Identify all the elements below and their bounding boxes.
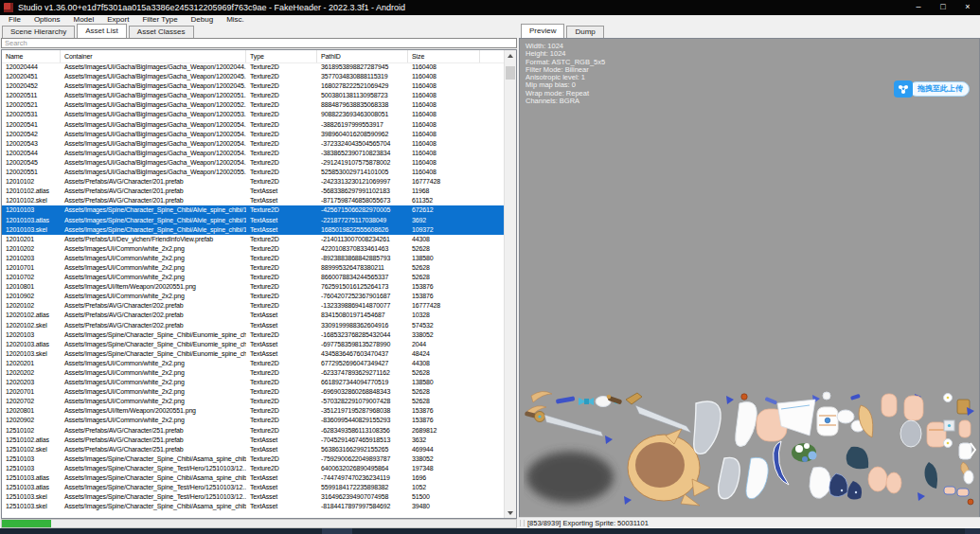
table-row[interactable]: 12020701Assets/Images/UI/Common/white_2x… [2,387,505,397]
table-row[interactable]: 12020702Assets/Images/UI/Common/white_2x… [2,397,505,406]
menu-options[interactable]: Options [27,15,67,25]
table-row[interactable]: 12510103Assets/Images/Spine/Character_Sp… [2,464,505,473]
menu-file[interactable]: File [2,15,27,25]
cell-type: Texture2D [246,177,317,187]
cell-path-id: -7592900622049893787 [317,454,408,464]
table-row[interactable]: 120020543Assets/Images/UI/Gacha/BigImage… [2,139,505,149]
upload-overlay-button[interactable]: 拖拽至此上传 [894,80,970,98]
cell-path-id: 3989604016208590962 [317,130,408,139]
tab-preview[interactable]: Preview [521,24,564,38]
cell-size: 574532 [408,321,480,330]
sprite-atlas-preview [524,367,976,511]
table-row[interactable]: 12020203Assets/Images/UI/Common/white_2x… [2,378,505,387]
table-row[interactable]: 12020202Assets/Images/UI/Common/white_2x… [2,368,505,378]
scroll-up-icon[interactable] [505,50,516,61]
search-input[interactable] [1,38,517,48]
table-row[interactable]: 120020542Assets/Images/UI/Gacha/BigImage… [2,130,505,139]
cell-path-id: -221877275117038049 [317,216,408,225]
assetstudio-window: Studio v1.36.00+e1d7f5301aa015a3386e2453… [0,0,980,534]
cell-container: Assets/Prefabs/AVG/Character/251.prefab [61,436,246,445]
column-header-type[interactable]: Type [246,50,317,62]
table-row[interactable]: 12020902Assets/Images/UI/Common/white_2x… [2,416,505,425]
table-row[interactable]: 12020102.skelAssets/Prefabs/AVG/Characte… [2,321,505,330]
table-row[interactable]: 12010702Assets/Images/UI/Common/white_2x… [2,273,505,282]
table-row[interactable]: 12010902Assets/Images/UI/Common/white_2x… [2,292,505,301]
table-row[interactable]: 12020103.skelAssets/Images/Spine/Charact… [2,349,505,359]
column-header-name[interactable]: Name [2,50,61,62]
scroll-down-icon[interactable] [505,507,516,518]
column-header-pathid[interactable]: PathID [317,50,408,62]
vertical-scrollbar[interactable] [504,50,516,518]
cell-container: Assets/Images/UI/Gacha/BigImages/Gacha_W… [61,62,246,72]
cell-container: Assets/Prefabs/UI/Dev_yichen/FriendInfoV… [61,235,246,244]
cell-type: TextAsset [246,492,317,502]
cell-name: 12010801 [2,282,61,292]
taskbar-item[interactable] [322,528,352,534]
table-row[interactable]: 120020541Assets/Images/UI/Gacha/BigImage… [2,120,505,130]
table-row[interactable]: 12510103Assets/Images/Spine/Character_Sp… [2,454,505,464]
close-button[interactable]: × [955,0,980,15]
cell-name: 120020521 [2,100,61,110]
table-row[interactable]: 12510103.skelAssets/Images/Spine/Charact… [2,492,505,502]
table-row[interactable]: 12010203Assets/Images/UI/Common/white_2x… [2,254,505,263]
table-row[interactable]: 120020444Assets/Images/UI/Gacha/BigImage… [2,62,505,72]
table-row[interactable]: 12510102.atlasAssets/Prefabs/AVG/Charact… [2,436,505,445]
scrollbar-thumb[interactable] [506,66,515,80]
cell-type: Texture2D [246,244,317,254]
cell-size: 1160408 [408,91,480,100]
table-row[interactable]: 120020545Assets/Images/UI/Gacha/BigImage… [2,158,505,168]
restore-button[interactable]: □ [931,0,955,15]
cell-name: 12020902 [2,416,61,425]
menu-misc[interactable]: Misc. [220,15,251,25]
cell-container: Assets/Images/Spine/Character_Spine_Chib… [61,205,246,215]
menu-filter-type[interactable]: Filter Type [135,15,184,25]
cell-size: 1160408 [408,81,480,91]
table-row[interactable]: 12510102.skelAssets/Prefabs/AVG/Characte… [2,445,505,454]
table-row[interactable]: 12020801Assets/Images/UI/Item/Weapon/200… [2,406,505,416]
cell-container: Assets/Images/UI/Gacha/BigImages/Gacha_W… [61,110,246,119]
tab-dump[interactable]: Dump [566,26,603,38]
table-row[interactable]: 12010102Assets/Prefabs/AVG/Character/201… [2,177,505,187]
cell-size: 338052 [408,454,480,464]
table-row[interactable]: 12510103.skelAssets/Images/Spine/Charact… [2,502,505,511]
cell-size: 153876 [408,292,480,301]
menu-debug[interactable]: Debug [185,15,221,25]
cell-container: Assets/Prefabs/AVG/Character/201.prefab [61,177,246,187]
cell-path-id: -7045291467465918513 [317,436,408,445]
cell-type: TextAsset [246,483,317,492]
tab-scene-hierarchy[interactable]: Scene Hierarchy [2,26,75,38]
table-row[interactable]: 12010103Assets/Images/Spine/Character_Sp… [2,205,505,215]
table-row[interactable]: 12010701Assets/Images/UI/Common/white_2x… [2,263,505,273]
table-row[interactable]: 120020544Assets/Images/UI/Gacha/BigImage… [2,149,505,158]
table-row[interactable]: 12010103.atlasAssets/Images/Spine/Charac… [2,216,505,225]
column-header-container[interactable]: Container [61,50,246,62]
tab-asset-classes[interactable]: Asset Classes [129,26,194,38]
table-row[interactable]: 12010201Assets/Prefabs/UI/Dev_yichen/Fri… [2,235,505,244]
column-header-size[interactable]: Size [408,50,480,62]
table-row[interactable]: 120020551Assets/Images/UI/Gacha/BigImage… [2,168,505,177]
cell-type: Texture2D [246,158,317,168]
table-row[interactable]: 120020451Assets/Images/UI/Gacha/BigImage… [2,72,505,81]
cell-type: TextAsset [246,321,317,330]
cell-size: 1160408 [408,139,480,149]
table-row[interactable]: 12510103.atlasAssets/Images/Spine/Charac… [2,473,505,483]
table-row[interactable]: 12510103.atlasAssets/Images/Spine/Charac… [2,483,505,492]
table-row[interactable]: 12010801Assets/Images/UI/Item/Weapon/200… [2,282,505,292]
table-row[interactable]: 120020452Assets/Images/UI/Gacha/BigImage… [2,81,505,91]
table-row[interactable]: 120020531Assets/Images/UI/Gacha/BigImage… [2,110,505,119]
table-row[interactable]: 12010102.atlasAssets/Prefabs/AVG/Charact… [2,187,505,196]
table-row[interactable]: 120020521Assets/Images/UI/Gacha/BigImage… [2,100,505,110]
table-row[interactable]: 12020201Assets/Images/UI/Common/white_2x… [2,359,505,368]
table-row[interactable]: 12020102Assets/Prefabs/AVG/Character/202… [2,301,505,311]
window-title: Studio v1.36.00+e1d7f5301aa015a3386e2453… [18,3,405,12]
table-row[interactable]: 120020511Assets/Images/UI/Gacha/BigImage… [2,91,505,100]
tab-asset-list[interactable]: Asset List [77,24,127,38]
table-row[interactable]: 12010103.skelAssets/Images/Spine/Charact… [2,225,505,235]
table-row[interactable]: 12510102Assets/Prefabs/AVG/Character/251… [2,426,505,436]
table-row[interactable]: 12020103Assets/Images/Spine/Character_Sp… [2,330,505,340]
table-row[interactable]: 12020102.atlasAssets/Prefabs/AVG/Charact… [2,311,505,320]
table-row[interactable]: 12010102.skelAssets/Prefabs/AVG/Characte… [2,196,505,205]
table-row[interactable]: 12020103.atlasAssets/Images/Spine/Charac… [2,340,505,349]
table-row[interactable]: 12010202Assets/Images/UI/Common/white_2x… [2,244,505,254]
minimize-button[interactable]: – [906,0,931,15]
